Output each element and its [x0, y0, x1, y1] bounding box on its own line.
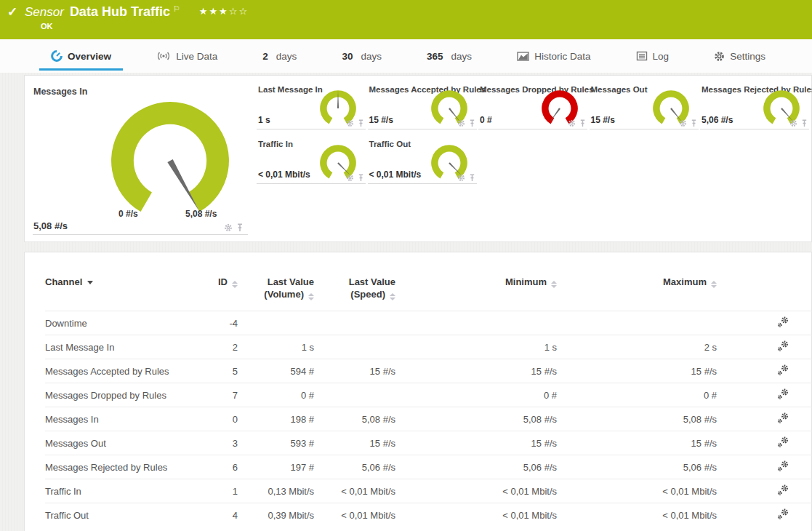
cell-last-value-speed: [314, 383, 395, 407]
col-header-id[interactable]: ID: [201, 276, 238, 311]
gauge-icon: [51, 50, 63, 62]
col-header-maximum[interactable]: Maximum: [557, 276, 717, 311]
cell-maximum: 0 #: [557, 383, 717, 407]
cell-maximum: < 0,01 Mbit/s: [557, 503, 717, 527]
gauge-settings-gear-icon[interactable]: [789, 119, 797, 127]
tab-365-days[interactable]: 365days: [422, 39, 476, 73]
channel-settings-gears-icon[interactable]: [777, 460, 789, 472]
sort-icon: [308, 293, 314, 300]
table-row[interactable]: Messages Out3593 #15 #/s15 #/s15 #/s: [45, 431, 812, 455]
small-gauge-cell[interactable]: Messages Rejected by Rules5,06 #/s: [700, 85, 809, 129]
cell-last-value-volume: 0,13 Mbit/s: [238, 479, 314, 503]
messages-in-gauge: [106, 97, 234, 228]
channel-settings-gears-icon[interactable]: [777, 364, 789, 376]
small-gauge-cell[interactable]: Messages Accepted by Rules15 #/s: [368, 85, 477, 129]
gauge-settings-gear-icon[interactable]: [346, 119, 354, 127]
channel-settings-gears-icon[interactable]: [777, 436, 789, 448]
cell-maximum: [557, 311, 717, 335]
cell-last-value-speed: 15 #/s: [314, 431, 395, 455]
tab-overview[interactable]: Overview: [47, 39, 116, 73]
pin-icon[interactable]: [579, 119, 586, 127]
table-row[interactable]: Traffic Out40,39 Mbit/s< 0,01 Mbit/s< 0,…: [45, 503, 812, 527]
gauge-settings-gear-icon[interactable]: [346, 174, 354, 182]
cell-id: -4: [201, 311, 238, 335]
sensor-header: ✓ Sensor Data Hub Traffic ⚐ ★★★☆☆ OK: [0, 0, 812, 39]
gauge-settings-gear-icon[interactable]: [457, 174, 465, 182]
channels-panel: Channel ID Last Value (Volume) Last Valu…: [24, 252, 812, 531]
table-row[interactable]: Messages Accepted by Rules5594 #15 #/s15…: [45, 359, 812, 383]
table-row[interactable]: Last Message In21 s1 s2 s: [45, 335, 812, 359]
table-row[interactable]: Messages Rejected by Rules6197 #5,06 #/s…: [45, 455, 812, 479]
cell-last-value-volume: 1 s: [238, 335, 314, 359]
flag-icon[interactable]: ⚐: [173, 4, 180, 14]
channel-settings-gears-icon[interactable]: [777, 484, 789, 496]
gauge-value: 0 #: [480, 115, 492, 125]
gauge-value: < 0,01 Mbit/s: [258, 169, 310, 180]
cell-maximum: < 0,01 Mbit/s: [557, 479, 717, 503]
gauge-scale-min: 0 #/s: [118, 209, 138, 219]
tab-historic-data[interactable]: Historic Data: [512, 39, 595, 73]
object-type-label: Sensor: [25, 5, 64, 20]
col-header-channel[interactable]: Channel: [45, 276, 201, 311]
priority-stars[interactable]: ★★★☆☆: [199, 6, 249, 17]
cell-minimum: < 0,01 Mbit/s: [395, 479, 557, 503]
sort-icon: [390, 293, 395, 300]
cell-id: 4: [201, 503, 238, 527]
pin-icon[interactable]: [358, 119, 364, 127]
cell-id: 7: [201, 383, 238, 407]
gauge-settings-gear-icon[interactable]: [568, 119, 576, 127]
small-gauge-cell[interactable]: Messages Dropped by Rules0 #: [478, 85, 587, 129]
small-gauge-cell[interactable]: Last Message In1 s: [257, 85, 366, 129]
tab-2-days[interactable]: 2days: [258, 39, 301, 73]
gauge-settings-gear-icon[interactable]: [457, 119, 465, 127]
cell-minimum: 5,08 #/s: [395, 407, 557, 431]
table-row[interactable]: Traffic In10,13 Mbit/s< 0,01 Mbit/s< 0,0…: [45, 479, 812, 503]
channel-settings-gears-icon[interactable]: [777, 412, 789, 424]
small-gauge-cell[interactable]: Traffic In< 0,01 Mbit/s: [257, 140, 366, 184]
channel-settings-gears-icon[interactable]: [777, 388, 789, 400]
table-row[interactable]: Messages Dropped by Rules70 #0 #0 #: [45, 383, 812, 407]
channel-settings-gears-icon[interactable]: [777, 508, 789, 520]
tab-30-days[interactable]: 30days: [337, 39, 386, 73]
cell-channel: Messages In: [45, 407, 201, 431]
cell-last-value-speed: 5,08 #/s: [314, 407, 395, 431]
cell-channel: Last Message In: [45, 335, 201, 359]
pin-icon[interactable]: [801, 119, 808, 127]
small-gauges-grid: Last Message In1 sMessages Accepted by R…: [257, 85, 811, 241]
table-row[interactable]: Downtime-4: [45, 311, 812, 335]
tab-live-data[interactable]: Live Data: [152, 39, 222, 73]
cell-last-value-volume: 198 #: [238, 407, 314, 431]
pin-icon[interactable]: [236, 223, 244, 232]
pin-icon[interactable]: [691, 119, 697, 127]
cell-id: 3: [201, 431, 238, 455]
gauge-settings-gear-icon[interactable]: [224, 223, 233, 232]
area-chart-icon: [517, 51, 529, 62]
cell-last-value-volume: [238, 311, 314, 335]
tab-log[interactable]: Log: [632, 39, 674, 73]
cell-last-value-volume: 593 #: [238, 431, 314, 455]
tab-settings[interactable]: Settings: [710, 39, 770, 73]
gauge-settings-gear-icon[interactable]: [679, 119, 687, 127]
table-row[interactable]: Messages In0198 #5,08 #/s5,08 #/s5,08 #/…: [45, 407, 812, 431]
cell-minimum: 15 #/s: [395, 431, 557, 455]
cell-last-value-volume: 0,39 Mbit/s: [238, 503, 314, 527]
gauge-title: Last Message In: [258, 85, 323, 94]
channel-settings-gears-icon[interactable]: [777, 340, 789, 352]
cell-channel: Messages Out: [45, 431, 201, 455]
sort-icon: [711, 281, 717, 288]
gauge-value: < 0,01 Mbit/s: [369, 169, 422, 180]
col-header-last-value-volume[interactable]: Last Value (Volume): [238, 276, 314, 311]
pin-icon[interactable]: [469, 119, 475, 127]
pin-icon[interactable]: [358, 174, 364, 182]
cell-last-value-speed: 15 #/s: [314, 359, 395, 383]
primary-gauge-cell[interactable]: Messages In 0 #/s 5,08 #/s 5,08 #/s: [33, 85, 248, 235]
col-header-minimum[interactable]: Minimum: [395, 276, 557, 311]
cell-maximum: 2 s: [557, 335, 717, 359]
pin-icon[interactable]: [469, 174, 475, 182]
channel-settings-gears-icon[interactable]: [777, 316, 789, 328]
gauge-title: Traffic Out: [369, 140, 411, 148]
small-gauge-cell[interactable]: Traffic Out< 0,01 Mbit/s: [368, 140, 477, 184]
cell-minimum: < 0,01 Mbit/s: [395, 503, 557, 527]
col-header-last-value-speed[interactable]: Last Value (Speed): [314, 276, 395, 311]
small-gauge-cell[interactable]: Messages Out15 #/s: [590, 85, 699, 129]
